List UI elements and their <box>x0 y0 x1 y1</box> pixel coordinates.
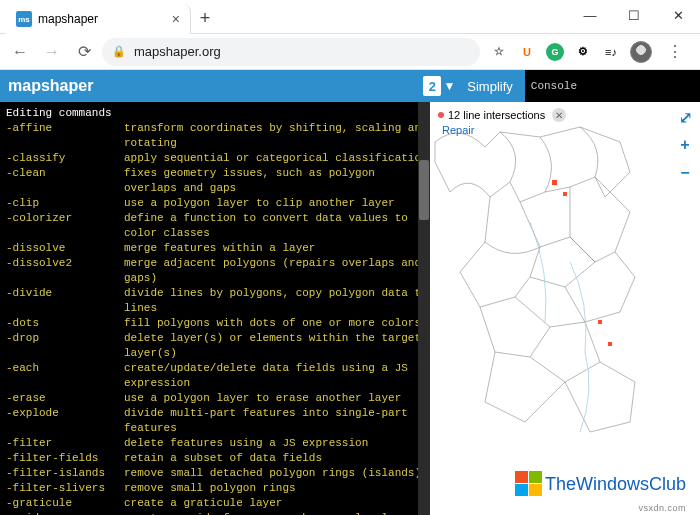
command-desc: delete layer(s) or elements within the t… <box>124 331 430 361</box>
command-name: -filter-slivers <box>6 481 124 496</box>
status-dot-icon <box>438 112 444 118</box>
console-scrollbar[interactable] <box>418 102 430 515</box>
zoom-out-button[interactable]: − <box>674 162 696 184</box>
command-desc: transform coordinates by shifting, scali… <box>124 121 430 151</box>
command-name: -each <box>6 361 124 391</box>
map-panel[interactable]: 12 line intersections ✕ Repair ⤢ + − The… <box>430 102 700 515</box>
zoom-in-button[interactable]: + <box>674 134 696 156</box>
watermark-text: TheWindowsClub <box>545 474 686 495</box>
command-row: -filter-islandsremove small detached pol… <box>6 466 430 481</box>
command-desc: apply sequential or categorical classifi… <box>124 151 428 166</box>
command-row: -clipuse a polygon layer to clip another… <box>6 196 430 211</box>
app-title: mapshaper <box>8 77 93 95</box>
command-desc: delete features using a JS expression <box>124 436 368 451</box>
command-name: -drop <box>6 331 124 361</box>
windows-logo-icon <box>515 471 543 497</box>
close-window-button[interactable]: ✕ <box>656 0 700 30</box>
repair-link[interactable]: Repair <box>442 124 474 136</box>
command-name: -classify <box>6 151 124 166</box>
layer-indicator[interactable]: 2 ▼ <box>423 76 455 96</box>
home-extent-button[interactable]: ⤢ <box>674 106 696 128</box>
favicon: ms <box>16 11 32 27</box>
maximize-button[interactable]: ☐ <box>612 0 656 30</box>
command-desc: merge features within a layer <box>124 241 315 256</box>
command-name: -explode <box>6 406 124 436</box>
tab-title: mapshaper <box>38 12 98 26</box>
command-row: -dropdelete layer(s) or elements within … <box>6 331 430 361</box>
command-name: -erase <box>6 391 124 406</box>
command-desc: use a polygon layer to clip another laye… <box>124 196 395 211</box>
url-text: mapshaper.org <box>134 44 221 59</box>
intersections-info: 12 line intersections ✕ <box>438 108 566 122</box>
command-row: -dissolve2merge adjacent polygons (repai… <box>6 256 430 286</box>
command-name: -dissolve <box>6 241 124 256</box>
address-bar[interactable]: 🔒 mapshaper.org <box>102 38 480 66</box>
browser-toolbar: ← → ⟳ 🔒 mapshaper.org ☆ U G ⚙ ≡♪ ⋮ <box>0 34 700 70</box>
command-name: -colorizer <box>6 211 124 241</box>
extension-grammarly-icon[interactable]: G <box>546 43 564 61</box>
window-titlebar: ms mapshaper × + — ☐ ✕ <box>0 0 700 34</box>
browser-menu-button[interactable]: ⋮ <box>662 42 688 61</box>
browser-tab[interactable]: ms mapshaper × <box>6 4 191 34</box>
workspace: Editing commands -affinetransform coordi… <box>0 102 700 515</box>
command-name: -graticule <box>6 496 124 511</box>
scrollbar-thumb[interactable] <box>419 160 429 220</box>
command-desc: create a grid of square or hexagonal pol… <box>124 511 421 515</box>
command-row: -eraseuse a polygon layer to erase anoth… <box>6 391 430 406</box>
minimize-button[interactable]: — <box>568 0 612 30</box>
command-name: -filter-fields <box>6 451 124 466</box>
command-row: -gridcreate a grid of square or hexagona… <box>6 511 430 515</box>
command-row: -eachcreate/update/delete data fields us… <box>6 361 430 391</box>
command-name: -clean <box>6 166 124 196</box>
command-row: -affinetransform coordinates by shifting… <box>6 121 430 151</box>
svg-rect-0 <box>552 180 557 185</box>
close-info-icon[interactable]: ✕ <box>552 108 566 122</box>
command-desc: divide lines by polygons, copy polygon d… <box>124 286 430 316</box>
command-row: -colorizerdefine a function to convert d… <box>6 211 430 241</box>
console-heading: Editing commands <box>6 106 430 121</box>
forward-button[interactable]: → <box>38 38 66 66</box>
map-canvas[interactable] <box>430 102 700 515</box>
command-name: -dissolve2 <box>6 256 124 286</box>
command-row: -dotsfill polygons with dots of one or m… <box>6 316 430 331</box>
command-desc: create a graticule layer <box>124 496 282 511</box>
command-desc: use a polygon layer to erase another lay… <box>124 391 401 406</box>
star-icon[interactable]: ☆ <box>490 43 508 61</box>
watermark: TheWindowsClub <box>515 471 686 497</box>
command-row: -cleanfixes geometry issues, such as pol… <box>6 166 430 196</box>
close-tab-icon[interactable]: × <box>172 11 180 27</box>
console-panel[interactable]: Editing commands -affinetransform coordi… <box>0 102 430 515</box>
svg-rect-3 <box>608 342 612 346</box>
command-row: -dissolvemerge features within a layer <box>6 241 430 256</box>
command-row: -filter-sliversremove small polygon ring… <box>6 481 430 496</box>
command-name: -filter <box>6 436 124 451</box>
command-row: -dividedivide lines by polygons, copy po… <box>6 286 430 316</box>
simplify-button[interactable]: Simplify <box>455 70 525 102</box>
window-controls: — ☐ ✕ <box>568 0 700 30</box>
extension-list-icon[interactable]: ≡♪ <box>602 43 620 61</box>
command-row: -graticulecreate a graticule layer <box>6 496 430 511</box>
extension-gear-icon[interactable]: ⚙ <box>574 43 592 61</box>
console-button[interactable]: Console <box>525 70 700 102</box>
command-name: -dots <box>6 316 124 331</box>
command-name: -filter-islands <box>6 466 124 481</box>
app-header: mapshaper 2 ▼ Simplify Console Export <box>0 70 700 102</box>
command-name: -affine <box>6 121 124 151</box>
reload-button[interactable]: ⟳ <box>70 38 98 66</box>
extension-u-icon[interactable]: U <box>518 43 536 61</box>
svg-rect-1 <box>563 192 567 196</box>
command-name: -clip <box>6 196 124 211</box>
new-tab-button[interactable]: + <box>191 4 219 32</box>
profile-avatar[interactable] <box>630 41 652 63</box>
command-desc: fill polygons with dots of one or more c… <box>124 316 421 331</box>
command-name: -divide <box>6 286 124 316</box>
command-desc: divide multi-part features into single-p… <box>124 406 430 436</box>
command-name: -grid <box>6 511 124 515</box>
command-row: -filter-fieldsretain a subset of data fi… <box>6 451 430 466</box>
extension-icons: ☆ U G ⚙ ≡♪ ⋮ <box>484 41 694 63</box>
svg-rect-2 <box>598 320 602 324</box>
layer-count: 2 <box>423 76 441 96</box>
back-button[interactable]: ← <box>6 38 34 66</box>
command-desc: remove small polygon rings <box>124 481 296 496</box>
command-row: -filterdelete features using a JS expres… <box>6 436 430 451</box>
